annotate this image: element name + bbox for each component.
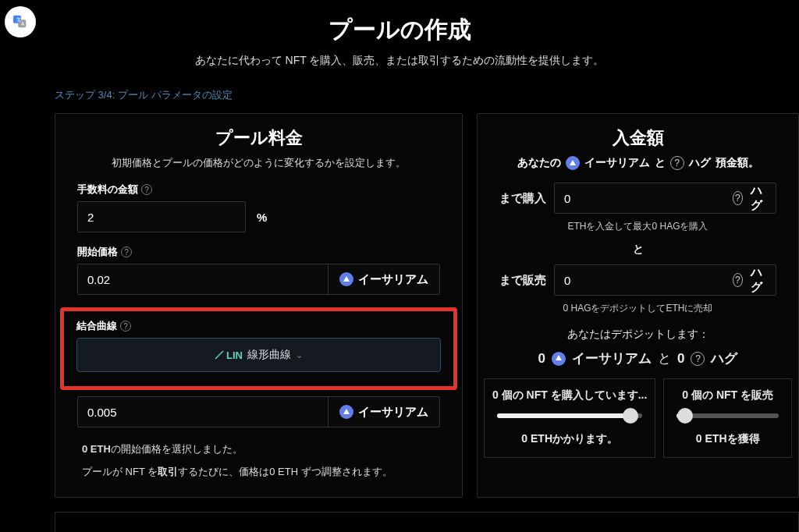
page-title: プールの作成 xyxy=(0,14,799,46)
deposit-subtitle: あなたの イーサリアム と ? ハグ 預金額。 xyxy=(499,156,776,170)
start-price-label: 開始価格 ? xyxy=(77,245,440,259)
deposit-title: 入金額 xyxy=(499,126,776,150)
help-icon[interactable]: ? xyxy=(733,191,743,205)
start-price-input-group: イーサリアム xyxy=(77,264,440,295)
ethereum-icon xyxy=(339,405,353,419)
help-icon[interactable]: ? xyxy=(141,184,152,195)
translate-badge-icon: 文A xyxy=(5,6,36,37)
sell-input[interactable] xyxy=(555,265,722,295)
linear-curve-icon: LIN xyxy=(215,349,243,361)
help-icon[interactable]: ? xyxy=(670,156,684,170)
buy-label: まで購入 xyxy=(499,191,546,206)
pool-fee-panel: プール料金 初期価格とプールの価格がどのように変化するかを設定します。 手数料の… xyxy=(55,113,463,498)
pool-fee-subtitle: 初期価格とプールの価格がどのように変化するかを設定します。 xyxy=(77,156,440,170)
chevron-down-icon: ⌄ xyxy=(296,350,303,360)
buy-input[interactable] xyxy=(555,183,722,213)
bonding-curve-label: 結合曲線 ? xyxy=(76,319,441,333)
help-icon[interactable]: ? xyxy=(691,352,705,366)
delta-input-group: イーサリアム xyxy=(77,396,440,427)
sell-summary-title: 0 個の NFT を販売 xyxy=(672,388,783,403)
buy-hint: ETHを入金して最大0 HAGを購入 xyxy=(499,220,776,233)
deposit-amounts: 0 イーサリアム と 0 ? ハグ xyxy=(499,349,776,367)
buy-slider[interactable] xyxy=(497,413,642,418)
sell-hint: 0 HAGをデポジットしてETHに売却 xyxy=(499,302,776,315)
buy-summary-result: 0 ETHかかります。 xyxy=(492,432,647,446)
sell-slider[interactable] xyxy=(676,413,779,418)
deposit-panel: 入金額 あなたの イーサリアム と ? ハグ 預金額。 まで購入 ? ハグ xyxy=(477,113,799,498)
sell-summary-result: 0 ETHを獲得 xyxy=(672,432,783,446)
delta-input[interactable] xyxy=(78,397,328,427)
will-deposit-label: あなたはデポジットします： xyxy=(499,328,776,342)
svg-text:A: A xyxy=(21,21,25,27)
bonding-curve-dropdown[interactable]: LIN 線形曲線 ⌄ xyxy=(76,338,441,372)
help-icon[interactable]: ? xyxy=(121,246,132,257)
start-price-currency: イーサリアム xyxy=(328,264,439,294)
bonding-curve-highlight: 結合曲線 ? LIN 線形曲線 ⌄ xyxy=(60,307,457,390)
step-indicator: ステップ 3/4: プール パラメータの設定 xyxy=(55,88,799,102)
pool-fee-title: プール料金 xyxy=(77,126,440,150)
svg-text:文: 文 xyxy=(16,16,21,22)
buy-summary-title: 0 個の NFT を購入しています... xyxy=(492,388,647,403)
start-price-input[interactable] xyxy=(78,264,328,294)
sell-row: まで販売 ? ハグ xyxy=(499,264,776,296)
ethereum-icon xyxy=(339,272,353,286)
help-icon[interactable]: ? xyxy=(733,273,743,287)
sell-label: まで販売 xyxy=(499,273,546,288)
note-start-price: 0 ETHの開始価格を選択しました。 xyxy=(82,440,440,459)
fee-input[interactable] xyxy=(78,202,245,232)
page-subtitle: あなたに代わって NFT を購入、販売、または取引するための流動性を提供します。 xyxy=(0,54,799,68)
ethereum-icon xyxy=(566,156,580,170)
fee-label: 手数料の金額 ? xyxy=(77,183,440,197)
fee-unit: % xyxy=(245,202,278,232)
lower-panel xyxy=(55,512,799,532)
separator-and: と xyxy=(499,243,776,257)
buy-summary-panel: 0 個の NFT を購入しています... 0 ETHかかります。 xyxy=(484,378,655,458)
fee-input-group: % xyxy=(77,201,246,232)
help-icon[interactable]: ? xyxy=(120,321,131,332)
sell-summary-panel: 0 個の NFT を販売 0 ETHを獲得 xyxy=(663,378,792,458)
ethereum-icon xyxy=(552,352,566,366)
note-adjustment: プールが NFT を取引するたびに、価格は0 ETH ずつ調整されます。 xyxy=(82,463,440,482)
buy-row: まで購入 ? ハグ xyxy=(499,183,776,214)
delta-currency: イーサリアム xyxy=(328,397,439,427)
